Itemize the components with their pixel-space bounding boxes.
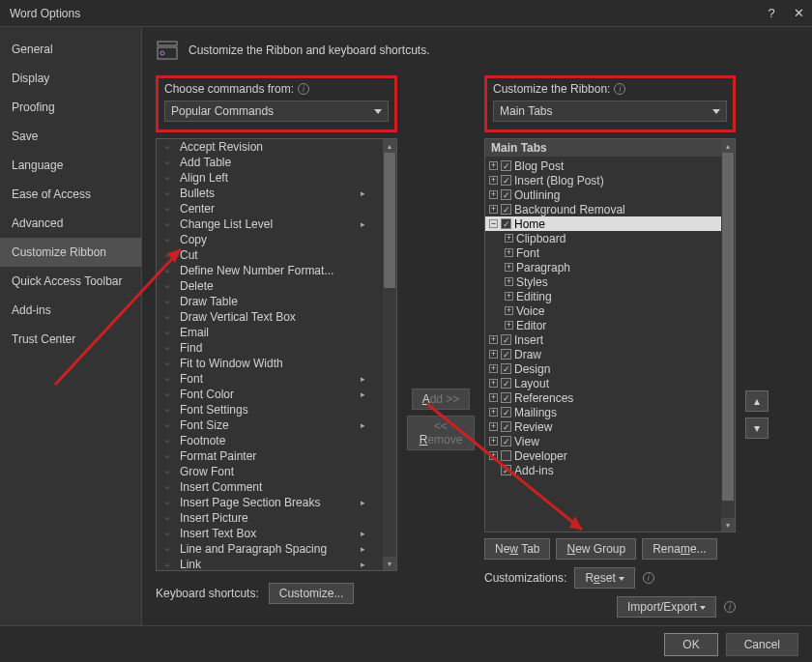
- import-export-button[interactable]: Import/Export: [617, 596, 716, 618]
- tree-node[interactable]: +Outlining: [485, 187, 735, 202]
- checkbox[interactable]: [501, 218, 511, 229]
- expand-icon[interactable]: +: [489, 190, 498, 199]
- scroll-thumb[interactable]: [384, 153, 395, 288]
- expand-icon[interactable]: +: [489, 422, 498, 431]
- new-group-button[interactable]: New Group: [556, 538, 636, 560]
- expand-icon[interactable]: +: [489, 408, 498, 417]
- cancel-button[interactable]: Cancel: [726, 633, 798, 656]
- checkbox[interactable]: [501, 450, 511, 461]
- info-icon[interactable]: i: [724, 601, 736, 613]
- scrollbar[interactable]: ▴▾: [383, 139, 396, 570]
- sidebar-item-save[interactable]: Save: [0, 122, 141, 151]
- command-item[interactable]: ▫Draw Table: [157, 294, 383, 309]
- checkbox[interactable]: [501, 465, 511, 475]
- scroll-up-icon[interactable]: ▴: [383, 139, 396, 153]
- info-icon[interactable]: i: [298, 83, 309, 95]
- command-item[interactable]: ▫Format Painter: [157, 448, 383, 464]
- command-item[interactable]: ▫Change List Level▸: [157, 216, 383, 232]
- command-item[interactable]: ▫Cut: [157, 247, 383, 263]
- tree-node[interactable]: +Draw: [485, 347, 735, 361]
- info-icon[interactable]: i: [614, 83, 625, 95]
- checkbox[interactable]: [501, 392, 511, 403]
- command-item[interactable]: ▫Delete: [157, 278, 383, 294]
- tree-node[interactable]: +View: [485, 434, 735, 448]
- tree-node[interactable]: +Blog Post: [485, 158, 735, 173]
- scroll-up-icon[interactable]: ▴: [721, 139, 735, 153]
- command-item[interactable]: ▫Draw Vertical Text Box: [157, 309, 383, 325]
- reset-button[interactable]: Reset: [574, 567, 634, 589]
- help-button[interactable]: ?: [758, 0, 785, 27]
- command-item[interactable]: ▫Copy: [157, 232, 383, 247]
- command-item[interactable]: ▫Center: [157, 201, 383, 216]
- checkbox[interactable]: [501, 204, 511, 215]
- expand-icon[interactable]: +: [489, 393, 498, 402]
- checkbox[interactable]: [501, 363, 511, 374]
- sidebar-item-display[interactable]: Display: [0, 64, 141, 93]
- checkbox[interactable]: [501, 175, 511, 186]
- command-item[interactable]: ▫Insert Text Box▸: [157, 526, 383, 541]
- tree-node[interactable]: +Mailings: [485, 405, 735, 419]
- scroll-down-icon[interactable]: ▾: [383, 557, 396, 570]
- tree-node[interactable]: +Editor: [485, 318, 735, 332]
- add-button[interactable]: Add >>: [412, 389, 471, 410]
- command-item[interactable]: ▫Font Size▸: [157, 417, 383, 433]
- sidebar-item-proofing[interactable]: Proofing: [0, 93, 141, 122]
- command-item[interactable]: ▫Footnote: [157, 433, 383, 448]
- customize-shortcuts-button[interactable]: Customize...: [269, 583, 355, 604]
- ok-button[interactable]: OK: [664, 633, 717, 656]
- tree-node[interactable]: +Font: [485, 245, 735, 260]
- move-up-button[interactable]: ▴: [745, 390, 768, 412]
- info-icon[interactable]: i: [643, 572, 654, 584]
- expand-icon[interactable]: +: [505, 292, 513, 301]
- close-button[interactable]: ✕: [785, 0, 812, 27]
- command-item[interactable]: ▫Add Table: [157, 155, 383, 170]
- tree-node[interactable]: +Layout: [485, 376, 735, 390]
- command-item[interactable]: ▫Align Left: [157, 170, 383, 186]
- command-item[interactable]: ▫Accept Revision: [157, 139, 383, 155]
- expand-icon[interactable]: +: [489, 379, 498, 388]
- expand-icon[interactable]: +: [505, 277, 513, 286]
- tree-node[interactable]: −Home: [485, 216, 735, 231]
- checkbox[interactable]: [501, 421, 511, 432]
- command-item[interactable]: ▫Grow Font: [157, 464, 383, 479]
- tree-node[interactable]: +Developer: [485, 448, 735, 463]
- move-down-button[interactable]: ▾: [745, 417, 768, 439]
- command-item[interactable]: ▫Font Settings: [157, 402, 383, 417]
- expand-icon[interactable]: +: [489, 335, 498, 344]
- command-item[interactable]: ▫Font▸: [157, 371, 383, 387]
- expand-icon[interactable]: +: [505, 248, 513, 257]
- tree-node[interactable]: +Review: [485, 419, 735, 434]
- command-item[interactable]: ▫Insert Page Section Breaks▸: [157, 495, 383, 510]
- command-item[interactable]: ▫Line and Paragraph Spacing▸: [157, 541, 383, 557]
- tree-node[interactable]: +Editing: [485, 289, 735, 303]
- sidebar-item-customize-ribbon[interactable]: Customize Ribbon: [0, 238, 141, 267]
- checkbox[interactable]: [501, 189, 511, 200]
- checkbox[interactable]: [501, 378, 511, 389]
- command-item[interactable]: ▫Font Color▸: [157, 387, 383, 402]
- expand-icon[interactable]: +: [489, 350, 498, 359]
- command-item[interactable]: ▫Find: [157, 340, 383, 356]
- expand-icon[interactable]: +: [505, 321, 513, 330]
- remove-button[interactable]: << Remove: [407, 416, 475, 450]
- expand-icon[interactable]: −: [489, 219, 498, 228]
- tree-node[interactable]: +Styles: [485, 274, 735, 289]
- tree-node[interactable]: +Background Removal: [485, 202, 735, 216]
- expand-icon[interactable]: +: [489, 437, 498, 446]
- scroll-down-icon[interactable]: ▾: [721, 518, 735, 532]
- expand-icon[interactable]: +: [489, 451, 498, 460]
- tree-node[interactable]: +Clipboard: [485, 231, 735, 245]
- customize-ribbon-dropdown[interactable]: Main Tabs: [493, 101, 727, 122]
- choose-commands-dropdown[interactable]: Popular Commands: [164, 101, 389, 122]
- command-item[interactable]: ▫Email: [157, 325, 383, 340]
- tree-node[interactable]: +Insert: [485, 332, 735, 347]
- command-item[interactable]: ▫Insert Comment: [157, 479, 383, 495]
- checkbox[interactable]: [501, 334, 511, 345]
- sidebar-item-add-ins[interactable]: Add-ins: [0, 296, 141, 325]
- sidebar-item-trust-center[interactable]: Trust Center: [0, 325, 141, 354]
- expand-icon[interactable]: +: [489, 364, 498, 373]
- expand-icon[interactable]: +: [489, 205, 498, 214]
- expand-icon[interactable]: +: [505, 263, 513, 272]
- expand-icon[interactable]: +: [489, 161, 498, 170]
- sidebar-item-ease-of-access[interactable]: Ease of Access: [0, 180, 141, 209]
- tree-node[interactable]: +References: [485, 390, 735, 405]
